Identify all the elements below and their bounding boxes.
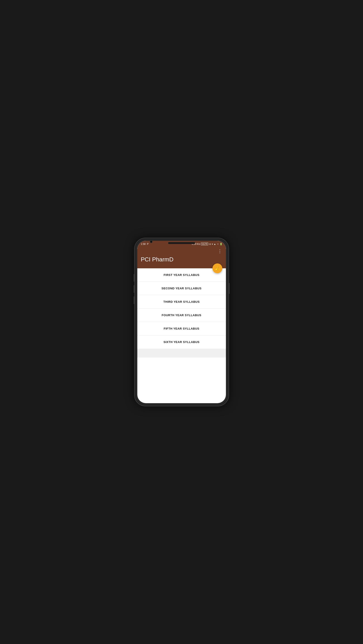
third-year-syllabus-label: THIRD YEAR SYLLABUS xyxy=(163,300,200,304)
signal-block-icon: ⊖ xyxy=(209,243,211,245)
time-display: 1:58 xyxy=(141,242,146,245)
third-year-syllabus-item[interactable]: THIRD YEAR SYLLABUS xyxy=(137,295,226,308)
fifth-year-syllabus-item[interactable]: FIFTH YEAR SYLLABUS xyxy=(137,322,226,336)
wifi-icon: ▾ xyxy=(212,243,213,245)
app-bar: ⋮ PCI PharmD xyxy=(137,247,226,268)
overflow-menu-button[interactable]: ⋮ xyxy=(218,249,222,253)
phone-screen: 1:58 P 0.59 K/s VoLTE ⊖ ▾ ▲ ✕ 🔋 ⋮ PCI Ph… xyxy=(137,241,226,403)
syllabus-list: FIRST YEAR SYLLABUS SECOND YEAR SYLLABUS… xyxy=(137,268,226,348)
volume-down-button xyxy=(134,285,135,293)
first-year-syllabus-label: FIRST YEAR SYLLABUS xyxy=(164,273,199,276)
like-fab-button[interactable]: 👍 xyxy=(212,264,222,273)
status-left: 1:58 P xyxy=(141,242,149,245)
fifth-year-syllabus-label: FIFTH YEAR SYLLABUS xyxy=(164,327,200,330)
fourth-year-syllabus-item[interactable]: FOURTH YEAR SYLLABUS xyxy=(137,308,226,322)
phone-frame: 1:58 P 0.59 K/s VoLTE ⊖ ▾ ▲ ✕ 🔋 ⋮ PCI Ph… xyxy=(135,238,228,406)
thumbs-up-icon: 👍 xyxy=(214,266,220,271)
second-year-syllabus-item[interactable]: SECOND YEAR SYLLABUS xyxy=(137,282,226,295)
volte-icon: VoLTE xyxy=(201,242,208,245)
fourth-year-syllabus-label: FOURTH YEAR SYLLABUS xyxy=(162,314,201,317)
bottom-spacer xyxy=(137,348,226,358)
sixth-year-syllabus-label: SIXTH YEAR SYLLABUS xyxy=(164,340,200,344)
first-year-syllabus-item[interactable]: FIRST YEAR SYLLABUS xyxy=(137,268,226,282)
speaker xyxy=(168,242,195,244)
silent-button xyxy=(134,296,135,304)
battery-icon: 🔋 xyxy=(220,243,222,245)
signal-strength-icon: ▲ xyxy=(214,243,216,245)
camera xyxy=(150,240,152,243)
no-sim-icon: ✕ xyxy=(217,243,219,245)
volume-up-button xyxy=(134,274,135,282)
status-right: 0.59 K/s VoLTE ⊖ ▾ ▲ ✕ 🔋 xyxy=(192,242,222,245)
app-title: PCI PharmD xyxy=(141,256,222,263)
parking-icon: P xyxy=(147,242,148,245)
power-button xyxy=(228,283,230,294)
sixth-year-syllabus-item[interactable]: SIXTH YEAR SYLLABUS xyxy=(137,336,226,348)
second-year-syllabus-label: SECOND YEAR SYLLABUS xyxy=(162,287,202,290)
